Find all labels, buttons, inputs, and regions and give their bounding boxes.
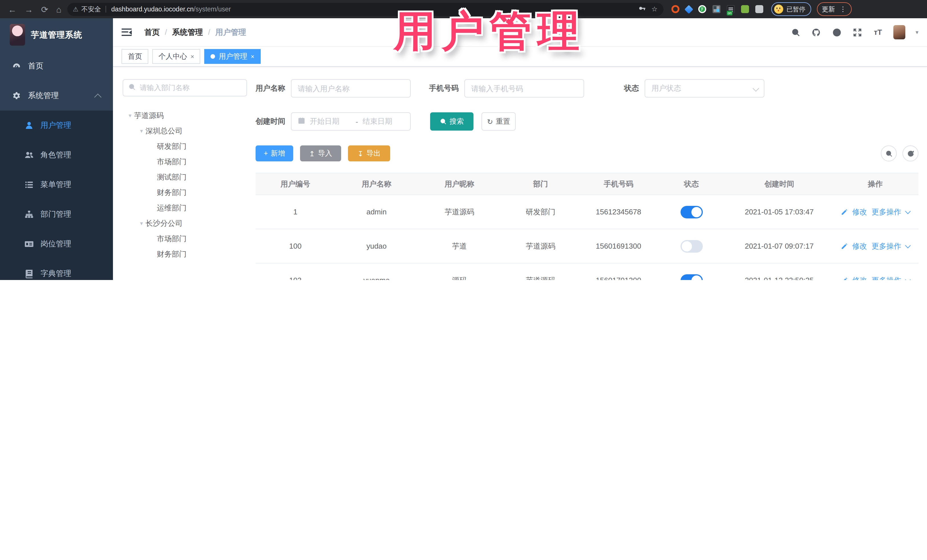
screen: ← → ⟳ ⌂ ⚠ 不安全 dashboard.yudao.iocoder.cn… xyxy=(0,0,927,280)
extension-green-key-icon[interactable] xyxy=(741,5,749,13)
add-button-label: 新增 xyxy=(271,149,285,158)
date-start-placeholder: 开始日期 xyxy=(310,116,351,127)
tree-node[interactable]: ▾ 芋道源码 xyxy=(123,108,247,123)
import-button[interactable]: ↥ 导入 xyxy=(300,146,341,161)
reset-icon: ↻ xyxy=(487,117,493,126)
table-row: 1 admin 芋道源码 研发部门 15612345678 2021-01-05… xyxy=(255,195,918,229)
edit-link[interactable]: 修改 xyxy=(852,275,867,280)
app-logo-row[interactable]: 芋道管理系统 xyxy=(0,18,113,51)
cell-username: admin xyxy=(335,208,418,216)
reset-button[interactable]: ↻ 重置 xyxy=(482,112,516,131)
search-icon[interactable] xyxy=(791,27,801,37)
search-button-label: 搜索 xyxy=(450,117,464,126)
tab-home[interactable]: 首页 xyxy=(122,49,148,64)
sidebar-item-home[interactable]: 首页 xyxy=(0,51,113,81)
edit-link[interactable]: 修改 xyxy=(852,207,867,217)
tree-node[interactable]: 财务部门 xyxy=(123,185,247,200)
cell-user-id: 100 xyxy=(255,242,335,250)
sidebar-item-dept-mgmt[interactable]: 部门管理 xyxy=(0,200,113,229)
more-actions-link[interactable]: 更多操作 xyxy=(872,241,901,251)
chevron-down-icon xyxy=(905,208,911,214)
back-icon[interactable]: ← xyxy=(8,5,17,14)
extension-orange-icon[interactable] xyxy=(671,5,679,13)
browser-menu-icon[interactable]: ⋮ xyxy=(839,5,846,13)
divider xyxy=(106,6,106,12)
header-actions: тT ▾ xyxy=(791,25,918,39)
close-icon[interactable]: × xyxy=(251,53,254,60)
tree-node[interactable]: ▾ 深圳总公司 xyxy=(123,123,247,138)
breadcrumb-system[interactable]: 系统管理 xyxy=(172,27,203,37)
user-menu-caret-icon[interactable]: ▾ xyxy=(916,29,918,35)
tree-node[interactable]: 市场部门 xyxy=(123,231,247,246)
tab-profile[interactable]: 个人中心 × xyxy=(152,49,201,64)
cell-mobile: 15612345678 xyxy=(581,208,656,216)
extension-grid-icon[interactable] xyxy=(712,5,720,13)
extension-blue-gem-icon[interactable] xyxy=(684,5,693,14)
sidebar: 芋道管理系统 首页 系统管理 xyxy=(0,18,113,280)
sidebar-item-label: 字典管理 xyxy=(41,269,71,279)
cell-dept: 芋道源码 xyxy=(501,241,581,251)
tree-caret-icon[interactable]: ▾ xyxy=(126,112,134,118)
browser-profile-button[interactable]: 已暂停 xyxy=(771,2,811,16)
sidebar-item-role-mgmt[interactable]: 角色管理 xyxy=(0,140,113,170)
tree-caret-icon[interactable]: ▾ xyxy=(137,128,146,134)
tree-node-label: 研发部门 xyxy=(157,141,187,152)
dept-search-input[interactable]: 请输入部门名称 xyxy=(123,79,247,96)
status-toggle[interactable] xyxy=(680,240,702,252)
app-frame: 芋道管理系统 首页 系统管理 xyxy=(0,18,927,280)
sidebar-item-dict-mgmt[interactable]: 字典管理 xyxy=(0,259,113,280)
tree-node[interactable]: 市场部门 xyxy=(123,154,247,169)
extension-green-y-icon[interactable] xyxy=(698,5,706,13)
date-range-input[interactable]: 开始日期 - 结束日期 xyxy=(291,112,411,131)
sidebar-collapse-icon[interactable] xyxy=(122,28,132,36)
more-actions-link[interactable]: 更多操作 xyxy=(872,275,901,280)
fullscreen-icon[interactable] xyxy=(852,27,863,37)
username-input[interactable] xyxy=(298,84,404,93)
reload-icon[interactable]: ⟳ xyxy=(41,5,48,14)
search-button[interactable]: 搜索 xyxy=(430,112,474,131)
active-tab-dot xyxy=(211,54,215,59)
tree-node[interactable]: ▾ 长沙分公司 xyxy=(123,216,247,231)
user-avatar[interactable] xyxy=(894,25,905,39)
bookmark-star-icon[interactable]: ☆ xyxy=(652,5,658,13)
status-toggle[interactable] xyxy=(680,206,702,218)
extension-on-switch-icon[interactable] xyxy=(726,5,734,13)
github-icon[interactable] xyxy=(811,27,821,37)
status-toggle[interactable] xyxy=(680,274,702,280)
cell-nickname: 芋道源码 xyxy=(418,207,501,217)
tree-node[interactable]: 运维部门 xyxy=(123,200,247,216)
filter-row-2: 创建时间 开始日期 - 结束日期 搜索 xyxy=(255,112,918,131)
browser-toolbar: ← → ⟳ ⌂ ⚠ 不安全 dashboard.yudao.iocoder.cn… xyxy=(0,0,927,18)
tree-node-label: 市场部门 xyxy=(157,156,187,167)
extensions-puzzle-icon[interactable] xyxy=(755,5,763,13)
mobile-input[interactable] xyxy=(471,84,577,93)
cell-dept: 芋道源码 xyxy=(501,275,581,280)
home-icon[interactable]: ⌂ xyxy=(56,5,61,14)
tree-node[interactable]: 测试部门 xyxy=(123,169,247,185)
status-select[interactable]: 用户状态 xyxy=(644,79,764,97)
add-button[interactable]: + 新增 xyxy=(255,146,293,161)
sidebar-item-system[interactable]: 系统管理 xyxy=(0,81,113,111)
password-key-icon[interactable] xyxy=(638,5,646,14)
more-actions-link[interactable]: 更多操作 xyxy=(872,207,901,217)
breadcrumb-home[interactable]: 首页 xyxy=(144,27,160,37)
url-bar[interactable]: ⚠ 不安全 dashboard.yudao.iocoder.cn /system… xyxy=(67,3,663,16)
column-header: 操作 xyxy=(832,179,918,189)
sidebar-item-post-mgmt[interactable]: 岗位管理 xyxy=(0,229,113,259)
show-search-button[interactable] xyxy=(881,146,897,161)
export-button[interactable]: ↧ 导出 xyxy=(348,146,390,161)
sidebar-item-user-mgmt[interactable]: 用户管理 xyxy=(0,111,113,140)
tree-caret-icon[interactable]: ▾ xyxy=(137,220,146,226)
sidebar-item-menu-mgmt[interactable]: 菜单管理 xyxy=(0,170,113,200)
tree-node[interactable]: 财务部门 xyxy=(123,246,247,262)
forward-icon[interactable]: → xyxy=(24,5,33,14)
close-icon[interactable]: × xyxy=(190,53,194,60)
help-icon[interactable] xyxy=(832,27,842,37)
tab-user-mgmt[interactable]: 用户管理 × xyxy=(205,49,261,64)
tree-node[interactable]: 研发部门 xyxy=(123,138,247,154)
font-size-icon[interactable]: тT xyxy=(873,27,883,37)
edit-link[interactable]: 修改 xyxy=(852,241,867,251)
refresh-button[interactable] xyxy=(903,146,918,161)
cell-username: yuanma xyxy=(335,276,418,280)
browser-update-button[interactable]: 更新 ⋮ xyxy=(817,2,851,16)
